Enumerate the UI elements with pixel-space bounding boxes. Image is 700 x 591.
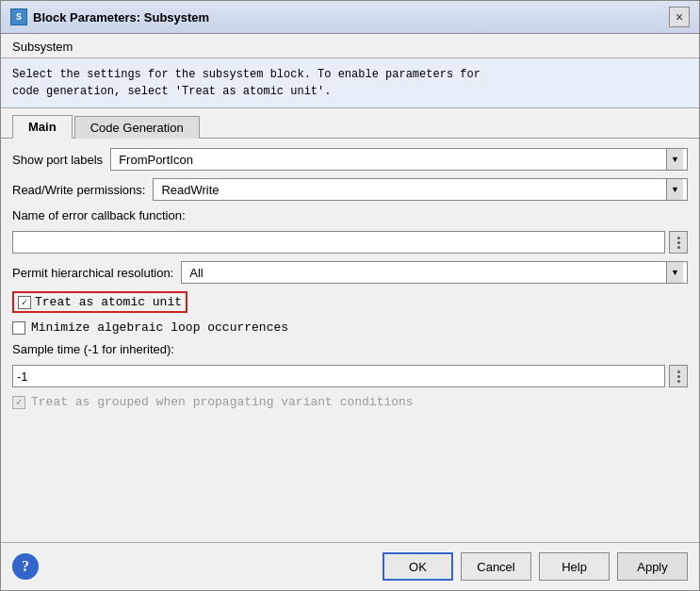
title-bar-left: S Block Parameters: Subsystem xyxy=(10,8,209,25)
ok-button[interactable]: OK xyxy=(383,552,453,581)
section-name: Subsystem xyxy=(1,34,699,57)
read-write-arrow[interactable]: ▼ xyxy=(666,179,683,200)
tab-main[interactable]: Main xyxy=(12,115,73,139)
error-callback-label: Name of error callback function: xyxy=(12,208,186,222)
read-write-value: ReadWrite xyxy=(157,183,666,197)
dialog-icon: S xyxy=(10,8,27,25)
sample-time-label: Sample time (-1 for inherited): xyxy=(12,342,174,356)
dialog-window: S Block Parameters: Subsystem × Subsyste… xyxy=(0,0,700,591)
show-port-labels-value: FromPortIcon xyxy=(115,153,666,167)
treat-atomic-checkbox[interactable]: ✓ xyxy=(18,296,31,309)
sample-time-dots-button[interactable] xyxy=(669,365,688,387)
minimize-algebraic-checkbox[interactable] xyxy=(12,321,25,335)
treat-grouped-row: ✓ Treat as grouped when propagating vari… xyxy=(12,395,688,409)
treat-grouped-label: Treat as grouped when propagating varian… xyxy=(31,395,414,409)
treat-atomic-row: ✓ Treat as atomic unit xyxy=(12,291,688,313)
cancel-button[interactable]: Cancel xyxy=(461,552,531,581)
help-button[interactable]: Help xyxy=(539,552,610,581)
tabs-bar: Main Code Generation xyxy=(1,108,699,139)
minimize-algebraic-label: Minimize algebraic loop occurrences xyxy=(31,320,288,335)
error-callback-input[interactable] xyxy=(12,231,665,254)
bottom-bar: ? OK Cancel Help Apply xyxy=(1,542,699,590)
hierarchical-resolution-label: Permit hierarchical resolution: xyxy=(12,266,173,280)
title-bar: S Block Parameters: Subsystem × xyxy=(1,1,699,34)
show-port-labels-label: Show port labels xyxy=(12,153,103,167)
read-write-row: Read/Write permissions: ReadWrite ▼ xyxy=(12,178,688,201)
show-port-labels-select[interactable]: FromPortIcon ▼ xyxy=(110,148,688,171)
error-callback-input-row xyxy=(12,231,688,254)
action-buttons: OK Cancel Help Apply xyxy=(383,552,688,581)
description-box: Select the settings for the subsystem bl… xyxy=(1,57,699,108)
hierarchical-resolution-select[interactable]: All ▼ xyxy=(181,261,688,284)
apply-button[interactable]: Apply xyxy=(617,552,688,581)
hierarchical-resolution-row: Permit hierarchical resolution: All ▼ xyxy=(12,261,688,284)
error-callback-dots-button[interactable] xyxy=(669,231,688,254)
minimize-algebraic-row: Minimize algebraic loop occurrences xyxy=(12,320,688,335)
sample-time-input-row xyxy=(12,365,688,387)
hierarchical-resolution-arrow[interactable]: ▼ xyxy=(666,262,683,283)
treat-grouped-checkbox: ✓ xyxy=(12,396,25,409)
description-line2: code generation, select 'Treat as atomic… xyxy=(12,83,688,100)
close-button[interactable]: × xyxy=(669,7,690,27)
sample-time-input[interactable] xyxy=(12,365,665,387)
read-write-label: Read/Write permissions: xyxy=(12,183,145,197)
sample-time-label-row: Sample time (-1 for inherited): xyxy=(12,342,688,357)
hierarchical-resolution-value: All xyxy=(186,266,666,280)
tab-code-generation[interactable]: Code Generation xyxy=(74,116,200,139)
help-icon-button[interactable]: ? xyxy=(12,553,39,580)
show-port-labels-arrow[interactable]: ▼ xyxy=(666,149,683,170)
treat-atomic-label: Treat as atomic unit xyxy=(35,295,182,309)
treat-atomic-wrap: ✓ Treat as atomic unit xyxy=(12,291,187,313)
show-port-labels-row: Show port labels FromPortIcon ▼ xyxy=(12,148,688,171)
read-write-select[interactable]: ReadWrite ▼ xyxy=(153,178,688,201)
error-callback-label-row: Name of error callback function: xyxy=(12,208,688,223)
dialog-title: Block Parameters: Subsystem xyxy=(33,10,209,25)
content-area: Show port labels FromPortIcon ▼ Read/Wri… xyxy=(1,139,699,542)
description-line1: Select the settings for the subsystem bl… xyxy=(12,66,688,83)
